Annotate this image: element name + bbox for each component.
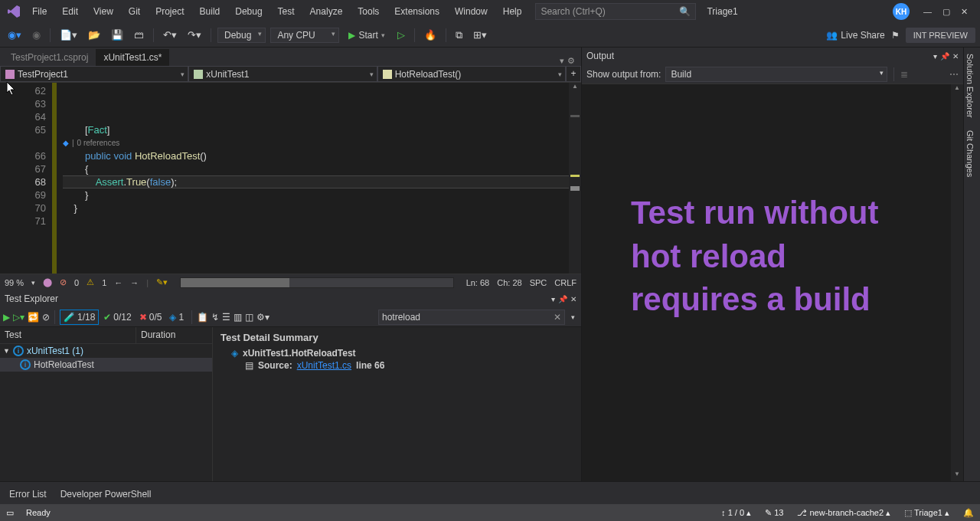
error-list-tab[interactable]: Error List (3, 486, 53, 504)
notifications-icon[interactable]: 🔔 (963, 508, 974, 518)
code-editor[interactable]: 62 63 64 65 66 67 68 69 70 71 [Fact] ◆ (0, 83, 581, 274)
output-scrollbar[interactable]: ▲▼ (951, 84, 963, 481)
count-total[interactable]: 🧪1/18 (60, 310, 99, 325)
new-item-icon[interactable]: 📄▾ (57, 28, 80, 42)
te-close-icon[interactable]: ✕ (570, 295, 577, 303)
pen-icon[interactable]: ✎▾ (156, 277, 168, 287)
output-body[interactable]: Test run without hot reload requires a b… (582, 84, 963, 481)
char-col[interactable]: Ch: 28 (497, 278, 521, 287)
run-icon[interactable]: ▷▾ (13, 312, 24, 323)
menu-extensions[interactable]: Extensions (388, 3, 446, 20)
menu-analyze[interactable]: Analyze (304, 3, 349, 20)
repo-info[interactable]: ⬚ Triage1 ▴ (904, 508, 949, 518)
test-group-row[interactable]: ▼ i xUnitTest1 (1) (0, 344, 212, 358)
source-link[interactable]: xUnitTest1.cs (297, 360, 351, 371)
maximize-button[interactable]: ▢ (942, 7, 950, 17)
line-col[interactable]: Ln: 68 (466, 278, 490, 287)
tab-csproj[interactable]: TestProject1.csproj (3, 49, 96, 66)
out-pin-icon[interactable]: 📌 (940, 52, 949, 61)
expand-icon[interactable]: ▼ (3, 347, 10, 355)
menu-debug[interactable]: Debug (229, 3, 268, 20)
indent-mode[interactable]: SPC (530, 278, 547, 287)
menu-test[interactable]: Test (272, 3, 301, 20)
menu-git[interactable]: Git (122, 3, 146, 20)
nav-back-small-icon[interactable]: ← (114, 278, 122, 287)
layout-icon[interactable]: ◫ (245, 312, 253, 323)
nav-method[interactable]: HotReloadTest() (377, 66, 566, 82)
out-dropdown-icon[interactable]: ▾ (933, 52, 937, 61)
count-fail[interactable]: ✖0/5 (136, 310, 165, 324)
test-search-input[interactable]: hotreload ✕ (378, 310, 565, 325)
undo-icon[interactable]: ↶▾ (160, 28, 180, 42)
selection-info[interactable]: ↕ 1 / 0 ▴ (721, 508, 751, 518)
bulb-icon[interactable]: ◆ (63, 136, 69, 149)
settings-icon[interactable]: ⚙▾ (256, 312, 270, 323)
playlist-icon[interactable]: 📋 (197, 312, 208, 323)
git-changes-tab[interactable]: Git Changes (964, 124, 976, 183)
columns-icon[interactable]: ▥ (234, 312, 242, 323)
test-leaf-row[interactable]: i HotReloadTest (0, 358, 212, 372)
search-opts-icon[interactable]: ▾ (568, 313, 578, 321)
menu-file[interactable]: File (26, 3, 53, 20)
nav-project[interactable]: TestProject1 (0, 66, 188, 82)
tab-dropdown-icon[interactable]: ▾ (560, 56, 564, 66)
error-count-icon[interactable]: ⊘ (60, 277, 67, 287)
save-all-icon[interactable]: 🗃 (131, 28, 147, 42)
open-icon[interactable]: 📂 (85, 28, 103, 42)
group-icon[interactable]: ☰ (222, 312, 230, 323)
liveshare-icon[interactable]: 👥 Live Share (826, 30, 884, 41)
close-button[interactable]: ✕ (961, 7, 968, 17)
count-pass[interactable]: ✔0/12 (100, 310, 134, 324)
nav-add-icon[interactable]: + (566, 66, 581, 82)
solution-explorer-tab[interactable]: Solution Explorer (964, 48, 976, 124)
redo-icon[interactable]: ↷▾ (185, 28, 204, 42)
repeat-icon[interactable]: 🔁 (28, 312, 39, 323)
column-info[interactable]: ✎ 13 (765, 508, 783, 518)
col-test[interactable]: Test (0, 327, 136, 343)
menu-help[interactable]: Help (497, 3, 528, 20)
out-more-icon[interactable]: ⋯ (949, 69, 959, 80)
tab-xunit[interactable]: xUnitTest1.cs* (96, 49, 169, 66)
nav-fwd-small-icon[interactable]: → (130, 278, 139, 287)
te-dropdown-icon[interactable]: ▾ (551, 295, 555, 303)
feedback-icon[interactable]: ⚑ (891, 30, 900, 41)
out-close-icon[interactable]: ✕ (952, 52, 959, 61)
platform-dropdown[interactable]: Any CPU (270, 28, 339, 43)
powershell-tab[interactable]: Developer PowerShell (54, 486, 158, 504)
run-all-icon[interactable]: ▶ (3, 312, 10, 323)
clear-search-icon[interactable]: ✕ (554, 312, 561, 323)
output-source-dropdown[interactable]: Build (665, 67, 887, 82)
start-button[interactable]: ▶ Start ▾ (344, 28, 389, 42)
col-duration[interactable]: Duration (136, 327, 180, 343)
nav-back-icon[interactable]: ◉▾ (5, 28, 24, 42)
te-pin-icon[interactable]: 📌 (558, 295, 567, 303)
editor-h-scrollbar[interactable] (180, 277, 453, 288)
menu-build[interactable]: Build (194, 3, 227, 20)
menu-tools[interactable]: Tools (351, 3, 385, 20)
nav-fwd-icon[interactable]: ◉ (29, 28, 44, 42)
cancel-icon[interactable]: ⊘ (42, 312, 50, 323)
global-search-input[interactable]: Search (Ctrl+Q) 🔍 (535, 3, 696, 20)
menu-project[interactable]: Project (149, 3, 190, 20)
nav-class[interactable]: xUnitTest1 (188, 66, 377, 82)
zoom-level[interactable]: 99 % (5, 278, 24, 287)
more-icon[interactable]: ⊞▾ (470, 28, 490, 42)
browser-link-icon[interactable]: ⧉ (452, 28, 466, 43)
hot-reload-icon[interactable]: 🔥 (421, 28, 439, 42)
eol-mode[interactable]: CRLF (554, 278, 577, 287)
menu-view[interactable]: View (87, 3, 119, 20)
branch-info[interactable]: ⎇ new-branch-cache2 ▴ (797, 508, 890, 518)
filter-icon[interactable]: ↯ (211, 312, 219, 323)
editor-scrollbar[interactable]: ▲ (569, 83, 581, 274)
tab-settings-icon[interactable]: ⚙ (567, 56, 575, 66)
minimize-button[interactable]: — (923, 7, 932, 17)
config-dropdown[interactable]: Debug (217, 28, 266, 43)
menu-window[interactable]: Window (449, 3, 494, 20)
start-nodbg-icon[interactable]: ▷ (394, 28, 408, 42)
issues-icon[interactable]: ⬤ (43, 277, 52, 287)
save-icon[interactable]: 💾 (108, 28, 126, 42)
count-notrun[interactable]: ◈1 (166, 310, 187, 324)
code-body[interactable]: [Fact] ◆ | 0 references public void HotR… (57, 83, 581, 274)
warning-count-icon[interactable]: ⚠ (87, 277, 94, 287)
user-avatar[interactable]: KH (893, 3, 910, 20)
